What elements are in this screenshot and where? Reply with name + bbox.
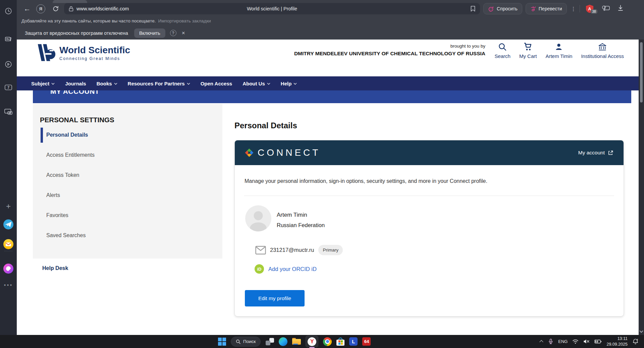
battery-icon[interactable] (594, 339, 602, 344)
nav-books[interactable]: Books (97, 81, 117, 86)
personal-settings-panel: PERSONAL SETTINGS Personal Details Acces… (33, 104, 222, 259)
nav-about-us[interactable]: About Us (243, 81, 270, 86)
scrollbar-thumb[interactable] (640, 42, 643, 102)
active-item-indicator (41, 128, 43, 143)
nav-label: Journals (65, 81, 86, 86)
brand-name: World Scientific (59, 45, 130, 56)
cart-icon (523, 43, 533, 51)
settings-item-label: Access Token (46, 172, 79, 178)
lock-icon (68, 6, 74, 12)
translate-icon (530, 6, 536, 12)
page-scrollbar[interactable] (639, 40, 644, 335)
widget-7-icon[interactable]: 7 (0, 84, 17, 91)
email-icon (255, 246, 266, 255)
chevron-down-icon (187, 83, 190, 85)
microsoft-store-icon[interactable] (336, 337, 344, 346)
volume-muted-icon[interactable] (583, 339, 590, 344)
nav-help[interactable]: Help (281, 81, 297, 86)
help-icon[interactable]: ? (170, 30, 176, 36)
settings-item-access-token[interactable]: Access Token (33, 165, 222, 185)
header-institutional-access[interactable]: Institutional Access (581, 43, 624, 59)
nav-journals[interactable]: Journals (65, 81, 86, 86)
import-bookmarks-link[interactable]: Импортировать закладки (158, 18, 211, 23)
nav-resources-for-partners[interactable]: Resources For Partners (128, 81, 190, 86)
header-search[interactable]: Search (494, 43, 511, 59)
toolbar-separator (580, 5, 580, 12)
connect-logo-icon (245, 148, 254, 157)
feed-icon[interactable] (0, 35, 17, 43)
start-button[interactable] (218, 338, 226, 346)
ask-ai-button[interactable]: ? Спросить (483, 3, 522, 14)
nav-subject[interactable]: Subject (31, 81, 55, 86)
add-orcid-link[interactable]: Add your ORCID iD (268, 266, 317, 272)
header-account[interactable]: Artem Timin (545, 43, 572, 59)
main-navigation: Subject Journals Books Resources For Par… (17, 76, 644, 90)
yandex-browser-icon[interactable]: Y (306, 336, 318, 347)
microphone-icon[interactable] (548, 338, 553, 345)
translate-button[interactable]: Перевести (526, 3, 567, 14)
enable-protection-button[interactable]: Включить (134, 28, 165, 38)
settings-item-label: Access Entitlements (46, 152, 95, 158)
add-panel-icon[interactable]: + (0, 202, 17, 211)
edit-profile-button[interactable]: Edit my profile (245, 290, 305, 306)
settings-item-label: Favorites (46, 212, 68, 218)
refresh-button[interactable] (51, 5, 61, 12)
downloads-icon[interactable] (618, 5, 624, 13)
yandex-home-button[interactable]: Я (36, 4, 45, 13)
chevron-down-icon (267, 83, 270, 85)
header-cart[interactable]: My Cart (519, 43, 537, 59)
alice-icon[interactable] (0, 264, 17, 274)
settings-item-label: Saved Searches (46, 232, 86, 238)
more-icon[interactable]: ●●● (0, 283, 17, 287)
edge-icon[interactable] (279, 337, 287, 346)
notification-bell-icon[interactable]: z (632, 338, 639, 345)
file-explorer-icon[interactable] (292, 338, 301, 345)
close-warning-icon[interactable]: × (182, 30, 185, 37)
brand-tagline: Connecting Great Minds (59, 56, 130, 61)
help-desk-link[interactable]: Help Desk (42, 265, 68, 271)
video-icon[interactable] (0, 61, 17, 68)
ask-label: Спросить (497, 6, 518, 11)
windows-taskbar: Поиск Y L 64 ENG 13:11 (0, 335, 644, 348)
screen: 7 + ●●● ← Я (0, 0, 644, 348)
user-icon (554, 43, 563, 51)
settings-item-label: Alerts (46, 192, 60, 198)
scroll-down-icon[interactable] (639, 329, 643, 333)
tray-expand-icon[interactable] (540, 340, 543, 343)
taskbar-search[interactable]: Поиск (231, 337, 261, 347)
my-account-link[interactable]: My account (578, 150, 613, 156)
settings-item-personal-details[interactable]: Personal Details (33, 125, 222, 145)
telegram-icon[interactable] (0, 219, 17, 229)
language-indicator[interactable]: ENG (558, 339, 568, 344)
browser-chrome: ← Я www.worldscientific.com World scient… (17, 0, 644, 40)
date-text: 29.09.2025 (606, 342, 628, 347)
settings-item-access-entitlements[interactable]: Access Entitlements (33, 145, 222, 165)
address-bar[interactable]: www.worldscientific.com World scientific… (64, 3, 480, 14)
bookmark-icon[interactable] (471, 6, 475, 12)
time-text: 13:11 (606, 336, 628, 341)
nav-label: Subject (31, 81, 49, 86)
nav-open-access[interactable]: Open Access (201, 81, 232, 86)
l-app-icon[interactable]: L (349, 337, 358, 346)
back-button[interactable]: ← (21, 5, 33, 13)
password-manager-icon[interactable] (601, 4, 610, 13)
email-row: 231217@muctr.ru Primary (255, 245, 343, 255)
world-scientific-logo[interactable]: World Scientific Connecting Great Minds (35, 43, 130, 63)
chrome-icon[interactable] (323, 337, 332, 346)
yandex-mail-icon[interactable] (0, 239, 17, 249)
screenshot-icon[interactable] (0, 108, 17, 116)
browser-menu-icon[interactable]: ⋮ (571, 6, 576, 12)
settings-item-alerts[interactable]: Alerts (33, 185, 222, 205)
yandex-letter: Y (308, 337, 316, 346)
settings-item-saved-searches[interactable]: Saved Searches (33, 225, 222, 246)
settings-item-favorites[interactable]: Favorites (33, 205, 222, 225)
task-view-button[interactable] (265, 338, 274, 346)
history-icon[interactable] (0, 7, 17, 15)
taskbar-clock[interactable]: 13:11 29.09.2025 (606, 336, 628, 347)
settings-panel-title: PERSONAL SETTINGS (40, 116, 222, 124)
ws-logo-mark (35, 43, 56, 63)
connect-profile-card: CONNECT My account Manage your personal … (234, 140, 624, 317)
adguard-extension-icon[interactable]: A 38 (585, 4, 594, 13)
app-64-icon[interactable]: 64 (362, 337, 371, 346)
wifi-icon[interactable] (572, 339, 579, 344)
